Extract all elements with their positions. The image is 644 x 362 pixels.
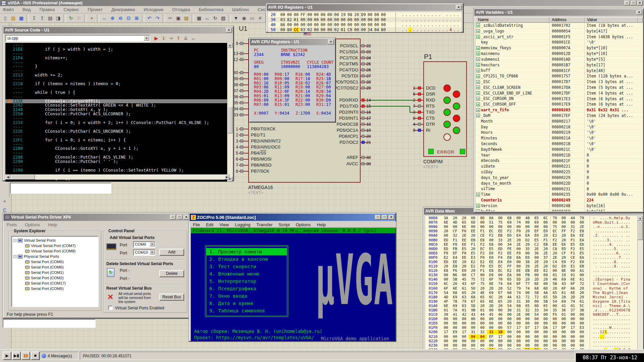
code-area[interactable]: ----21EE if ( j > width ) width = j;----… [5,43,229,182]
zoc-menu-Script[interactable]: Script [279,222,290,227]
menu-Библиотека[interactable]: Библиотека [199,7,223,12]
source-file-combo[interactable]: ui.cpp▼ [5,35,150,42]
expander-icon[interactable]: + [476,52,480,55]
variable-row[interactable]: +buffer0080025Bbyte[16] [476,209,643,211]
print-icon[interactable]: ▤ [46,14,54,22]
run-to-cursor-icon[interactable]: ⇊ [182,35,189,42]
vspd-menu-Help[interactable]: Help [48,222,57,227]
menu-Диаграмма[interactable]: Диаграмма [111,7,135,12]
expander-icon[interactable]: + [476,57,480,61]
variable-row[interactable]: +Time008002350x00 0x00 0x00 0x... [476,192,643,197]
chevron-down-icon[interactable]: ▼ [150,242,155,246]
toggle-breakpoint-icon[interactable]: ↔ [190,35,197,42]
zoom-all-icon[interactable]: ⊞ [133,14,141,22]
expander-icon[interactable]: + [476,46,480,50]
variable-row[interactable]: +_uvga_logo00000054byte[417] [476,28,643,34]
menu-Файл[interactable]: Файл [3,7,14,12]
variable-row[interactable]: +_ascii_art_str000001F5Item (4838 bytes … [476,34,643,40]
variable-row[interactable]: +_ESC_CURSOR_OFF000017E9Item (6 bytes at… [476,102,643,107]
add-port1-combo[interactable]: COM9▼ [133,241,155,248]
close-button[interactable]: × [637,1,643,5]
close-button[interactable]: × [183,215,189,220]
tree-item[interactable]: Serial Port (COM2) [13,275,98,281]
copy-icon[interactable]: ▣ [174,14,182,22]
expander-icon[interactable]: + [476,29,480,33]
expander-icon[interactable]: + [476,23,480,27]
save-icon[interactable]: ▦ [17,14,25,22]
variable-row[interactable]: days_to_year008002290 [476,175,643,181]
redo-icon[interactable]: ↷ [154,14,161,22]
origin-icon[interactable]: + [88,14,96,22]
tree-expander-icon[interactable]: − [13,239,16,242]
variable-row[interactable]: Seconds0080021B'\0' [476,141,643,147]
ports-enabled-checkbox[interactable] [108,306,113,310]
play-button[interactable]: ▶ [3,352,11,360]
add-button[interactable]: Add [159,249,184,256]
variable-row[interactable]: Counter1s00800249224 [476,197,643,203]
pause-button[interactable]: ▮▮ [21,352,30,360]
scroll-up-icon[interactable]: ▲ [227,43,232,48]
vspd-menu-Ports[interactable]: Ports [7,222,17,227]
vspd-menu-Options[interactable]: Options [25,222,40,227]
variable-row[interactable]: +hexchars008001B7byte[17] [476,62,643,68]
variable-row[interactable]: +_ESC_CLEAR_SCREEN000017DAItem (5 bytes … [476,85,643,90]
variable-row[interactable]: Minutes0080021A'\0' [476,135,643,141]
expander-icon[interactable]: + [476,63,480,67]
variable-row[interactable]: +_szBuildDateString00001702Item (18 byte… [476,23,643,28]
variable-row[interactable]: +submenu1008001ADbyte*[5] [476,57,643,62]
pan-icon[interactable]: ↔ [101,14,108,22]
variable-row[interactable]: uiDate008002210 [476,164,643,169]
serial-ports-tree[interactable]: −Virtual Serial PortsVirtual Serial Port… [11,236,99,307]
chevron-down-icon[interactable]: ▼ [144,36,149,41]
maximize-button[interactable]: □ [177,215,182,220]
variable-row[interactable]: DayOfWeek0080021C'\0' [476,147,643,153]
tree-item[interactable]: Serial Port (COM5) [13,286,98,291]
paste-icon[interactable]: ▤ [182,14,190,22]
step-out-icon[interactable]: ⇑ [175,35,182,42]
variable-row[interactable]: Day00800218'\0' [476,124,643,130]
variable-row[interactable]: +_CP1251_TO_CP86600001757Item (128 bytes… [476,73,643,79]
variable-row[interactable]: +uart_rx_fifo008002030x31 0x32 0x31 ... [476,107,643,113]
close-icon[interactable]: × [226,28,232,33]
tree-item[interactable]: Serial Port (COM17) [13,281,98,286]
expander-icon[interactable]: + [476,114,480,117]
make-device-icon[interactable]: ◉ [240,14,248,22]
expander-icon[interactable]: + [476,204,480,207]
expander-icon[interactable]: + [476,69,480,72]
variable-row[interactable]: +Version0080024Bbyte[16] [476,203,643,209]
tree-item[interactable]: Serial Port (COM1) [13,270,98,275]
tree-expander-icon[interactable]: − [13,255,16,258]
object-selector[interactable] [10,183,111,194]
chevron-down-icon[interactable]: ▼ [150,250,155,254]
menu-Вид[interactable]: Вид [22,7,31,12]
vertical-scrollbar[interactable]: ▲ ▼ [637,216,643,361]
close-icon[interactable]: × [636,10,642,15]
message-panel[interactable]: 4 Message(s) [40,352,78,360]
zoc-menu-Logging[interactable]: Logging [235,222,250,227]
tree-item[interactable]: Serial Port (COM6) [13,264,98,270]
mark-area-icon[interactable]: ◨ [54,14,62,22]
variable-row[interactable]: +mainmenu0080012Dbyte*[10] [476,51,643,57]
grid-icon[interactable]: ∷ [75,14,83,22]
variable-row[interactable]: +_ESC000017D7Item (3 bytes at ... [476,79,643,85]
zoc-menu-Options[interactable]: Options [296,222,311,227]
menu-Отладка[interactable]: Отладка [172,7,190,12]
rotate-icon[interactable]: + [1,197,9,205]
export-icon[interactable]: ↥ [38,14,46,22]
scroll-left-icon[interactable]: ◀ [5,175,10,180]
zoc-menu-View[interactable]: View [219,222,229,227]
breakpoint-icon[interactable] [8,100,11,103]
run-icon[interactable]: ▶ [153,35,160,42]
variable-row[interactable]: Month00800217'\0' [476,119,643,124]
maximize-button[interactable]: □ [382,215,387,220]
menu-Исходник[interactable]: Исходник [144,7,163,12]
tree-item[interactable]: −Virtual Serial Ports [13,238,98,243]
expander-icon[interactable]: + [476,103,480,106]
zoom-area-icon[interactable]: ⊡ [125,14,132,22]
menu-Сервис[interactable]: Сервис [63,7,79,12]
variable-row[interactable]: +memview_fkeys0080007Abyte*[10] [476,45,643,51]
reset-bus-button[interactable]: Reset Bus [159,294,184,301]
block-copy-icon[interactable]: ▦ [195,14,203,22]
scroll-right-icon[interactable]: ▶ [224,175,229,180]
step-button[interactable]: ▶▮ [12,352,21,360]
